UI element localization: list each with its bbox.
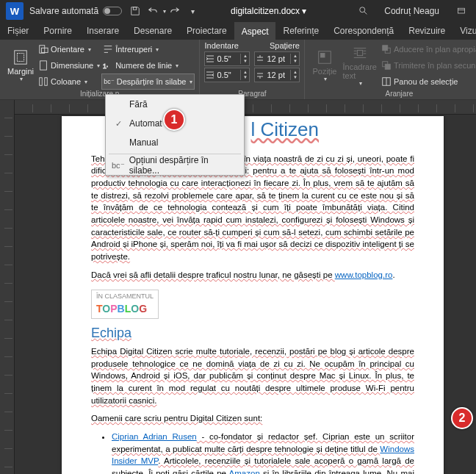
tab-fisier[interactable]: Fișier (0, 22, 36, 40)
spacing-header: Spațiere (270, 41, 300, 50)
user-name[interactable]: Codruț Neagu (384, 6, 439, 16)
margins-button[interactable]: Margini ▾ (4, 41, 37, 90)
qat-more-icon[interactable]: ▾ (186, 4, 199, 18)
tab-desenare[interactable]: Desenare (126, 22, 179, 40)
annotation-badge-2: 2 (451, 407, 473, 429)
tab-referinte[interactable]: Referințe (275, 22, 326, 40)
group-arrange: Poziție▾ Încadrare text▾ Aducere în plan… (305, 40, 476, 99)
topblog-link[interactable]: www.topblog.ro (335, 270, 393, 279)
svg-point-1 (360, 7, 365, 12)
svg-rect-11 (319, 51, 331, 63)
autosave-toggle[interactable] (103, 7, 122, 15)
doc-h2: Echipa (91, 323, 414, 342)
bring-forward-button: Aducere în plan apropiat (380, 41, 476, 57)
hyphenation-button[interactable]: bc⁻ Despărțire în silabe▾ (101, 73, 195, 90)
save-icon[interactable] (129, 4, 142, 18)
hyphenation-menu: Fără ✓Automat Manual bc⁻Opțiuni despărți… (105, 94, 245, 176)
columns-button[interactable]: Coloane▾ (37, 73, 101, 90)
svg-rect-17 (383, 62, 388, 67)
svg-rect-6 (41, 48, 48, 52)
tab-proiectare[interactable]: Proiectare (179, 22, 234, 40)
svg-rect-9 (45, 78, 48, 86)
svg-rect-14 (383, 46, 388, 51)
line-numbers-button[interactable]: 1· Numere de linie▾ (101, 57, 195, 73)
doc-p2: Dacă vrei să afli detalii despre traficu… (91, 269, 414, 281)
tab-pornire[interactable]: Pornire (36, 22, 79, 40)
space-after-input[interactable]: ▲▼ (254, 68, 300, 82)
author-link[interactable]: Ciprian Adrian Rusen (112, 432, 197, 441)
redo-icon[interactable] (168, 4, 181, 18)
orientation-button[interactable]: Orientare▾ (37, 41, 101, 57)
tab-corespondenta[interactable]: Corespondență (326, 22, 401, 40)
amazon-link[interactable]: Amazon (229, 469, 260, 474)
menu-item-options[interactable]: bc⁻Opțiuni despărțire în silabe... (106, 156, 244, 175)
svg-text:1·: 1· (103, 62, 108, 70)
svg-rect-16 (385, 64, 390, 69)
undo-icon[interactable] (146, 4, 159, 18)
check-icon: ✓ (112, 119, 125, 129)
menu-separator (109, 154, 241, 154)
svg-rect-5 (40, 46, 45, 54)
ribbon-options-icon[interactable] (447, 0, 476, 22)
margins-label: Margini (7, 67, 34, 76)
undo-dropdown-icon[interactable]: ▾ (163, 8, 166, 15)
ribbon: Margini ▾ Orientare▾ Dimensiune▾ Coloane… (0, 40, 476, 100)
svg-rect-15 (385, 48, 390, 53)
position-button: Poziție▾ (309, 41, 339, 90)
svg-rect-4 (17, 53, 24, 61)
annotation-badge-1: 1 (163, 109, 185, 131)
send-backward-button: Trimitere în plan secundar (380, 57, 476, 73)
group-paragraph: Indentare Spațiere ▲▼ ▲▼ ▲▼ (200, 40, 305, 99)
document-title[interactable]: digitalcitizen.docx ▾ (231, 6, 306, 16)
svg-rect-18 (383, 78, 391, 86)
svg-rect-7 (40, 61, 47, 70)
group-page-setup: Margini ▾ Orientare▾ Dimensiune▾ Coloane… (0, 40, 200, 99)
list-item: Ciprian Adrian Rusen - co-fondator și re… (112, 431, 414, 474)
doc-p4: Oamenii care scriu pentru Digital Citize… (91, 412, 414, 425)
autosave-label: Salvare automată (29, 6, 98, 16)
svg-rect-0 (133, 7, 136, 10)
svg-rect-13 (357, 50, 362, 55)
search-icon[interactable] (358, 6, 369, 16)
word-app-icon: W (6, 2, 24, 20)
topblog-badge: ÎN CLASAMENTUL TOPBLOG (91, 290, 159, 318)
vertical-ruler[interactable] (0, 100, 15, 474)
indent-left-input[interactable]: ▲▼ (204, 51, 250, 66)
indent-header: Indentare (204, 41, 238, 50)
group-arrange-label: Aranjare (309, 90, 476, 99)
tab-inserare[interactable]: Inserare (79, 22, 126, 40)
indent-right-input[interactable]: ▲▼ (204, 68, 250, 82)
svg-rect-2 (458, 8, 465, 13)
tab-aspect[interactable]: Aspect (234, 22, 276, 40)
svg-rect-8 (40, 78, 43, 86)
space-before-input[interactable]: ▲▼ (254, 51, 300, 66)
menu-item-manual[interactable]: Manual (106, 133, 244, 152)
breaks-button[interactable]: Întreruperi▾ (101, 41, 195, 57)
ribbon-tabs: Fișier Pornire Inserare Desenare Proiect… (0, 22, 476, 40)
size-button[interactable]: Dimensiune▾ (37, 57, 101, 73)
tab-revizuire[interactable]: Revizuire (401, 22, 452, 40)
wrap-text-button: Încadrare text▾ (340, 41, 380, 90)
tab-vizualizare[interactable]: Vizualizare (452, 22, 476, 40)
svg-rect-3 (15, 50, 27, 63)
author-list: Ciprian Adrian Rusen - co-fondator și re… (91, 431, 414, 474)
svg-rect-12 (320, 53, 325, 57)
horizontal-ruler[interactable] (15, 100, 476, 115)
doc-p3: Echipa Digital Citizen scrie multe tutor… (91, 345, 414, 406)
selection-pane-button[interactable]: Panou de selecție (380, 73, 476, 90)
title-bar: W Salvare automată ▾ ▾ digitalcitizen.do… (0, 0, 476, 22)
